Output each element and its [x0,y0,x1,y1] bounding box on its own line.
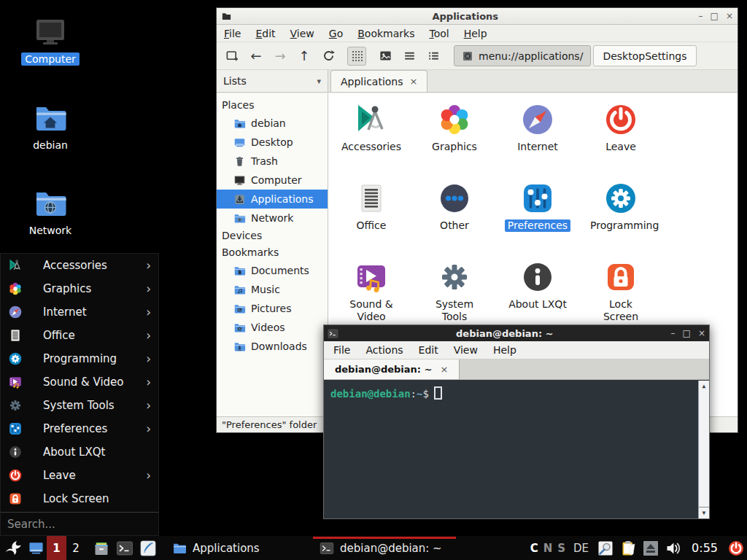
home-folder-icon [233,117,246,130]
music-folder-icon [233,284,246,296]
sidebar-item-downloads[interactable]: Downloads [217,337,328,356]
volume-icon[interactable] [665,540,682,557]
menu-item-about-lxqt[interactable]: About LXQt [1,440,158,464]
menu-search-input[interactable]: Search... [1,513,158,535]
icon-view-button[interactable] [347,47,366,66]
fm-menu-file[interactable]: File [224,28,241,39]
power-button[interactable] [727,540,745,557]
sidebar-item-documents[interactable]: Documents [217,261,328,280]
address-bar-desktopsettings-button[interactable]: DesktopSettings [593,45,696,66]
maximize-button[interactable]: □ [711,12,719,20]
address-bar-current-path[interactable]: menu://applications/ [454,45,591,66]
terminal-menu-file[interactable]: File [333,344,350,356]
system-tray: C N S DE 0:55 [530,536,747,560]
fm-menu-edit[interactable]: Edit [255,28,275,39]
menu-item-accessories[interactable]: Accessories › [1,254,158,277]
sidebar-item-trash[interactable]: Trash [217,152,328,171]
sidebar-item-debian[interactable]: debian [217,114,328,133]
grid-item-programming[interactable]: Programming [579,181,662,260]
fm-menu-go[interactable]: Go [329,28,343,39]
grid-item-leave[interactable]: Leave [579,102,662,181]
menu-item-office[interactable]: Office › [1,324,158,347]
terminal-screen[interactable]: debian@debian:~$ ▲ ▼ [324,381,709,518]
show-desktop-button[interactable] [25,536,47,560]
terminal-menu-help[interactable]: Help [493,344,516,356]
tab-close-icon[interactable]: × [440,364,448,375]
scroll-down-icon[interactable]: ▼ [699,507,709,518]
menu-item-system-tools[interactable]: System Tools › [1,394,158,417]
task-button-applications[interactable]: Applications [166,536,309,560]
sidebar-item-applications[interactable]: Applications [217,190,328,209]
grid-item-internet[interactable]: Internet [496,102,579,181]
terminal-window-title: debian@debian: ~ [338,328,671,339]
maximize-button[interactable]: □ [683,329,691,338]
desktop-icon-debian[interactable]: debian [15,101,85,152]
sidebar-item-music[interactable]: Music [217,280,328,299]
fm-menu-tool[interactable]: Tool [429,28,449,39]
terminal-menu-view[interactable]: View [454,344,478,356]
menu-item-lock-screen[interactable]: Lock Screen [1,487,158,510]
quicklaunch-featherpad[interactable] [136,536,160,560]
terminal-titlebar[interactable]: debian@debian: ~ – □ × [324,325,709,341]
terminal-tab[interactable]: debian@debian: ~ × [324,359,460,379]
terminal-scrollbar[interactable]: ▲ ▼ [698,381,709,518]
thumbnail-view-button[interactable] [376,47,395,66]
terminal-menu-edit[interactable]: Edit [419,344,438,356]
workspace-switcher-2[interactable]: 2 [66,536,85,560]
grid-item-preferences[interactable]: Preferences [496,181,579,260]
reload-button[interactable] [319,47,338,66]
downloads-folder-icon [233,341,246,353]
up-button[interactable]: ↑ [295,47,314,66]
task-button-terminal[interactable]: debian@debian: ~ [313,536,456,560]
minimize-button[interactable]: – [699,12,703,20]
fm-menu-bookmarks[interactable]: Bookmarks [357,28,414,39]
grid-item-office[interactable]: Office [330,181,413,260]
screenshot-tool-icon[interactable] [597,540,614,557]
workspace-switcher-1[interactable]: 1 [47,536,66,560]
videos-folder-icon [233,322,246,334]
terminal-menu-actions[interactable]: Actions [365,344,403,356]
scroll-up-icon[interactable]: ▲ [699,381,709,392]
main-menu-button[interactable] [0,536,25,560]
compact-view-button[interactable] [424,47,443,66]
preferences-icon [8,421,23,436]
removable-media-eject-icon[interactable] [642,540,659,557]
num-lock-indicator[interactable]: N [543,542,553,555]
desktop-icon-computer[interactable]: Computer [15,15,85,66]
sidebar-item-computer[interactable]: Computer [217,171,328,190]
menu-item-leave[interactable]: Leave › [1,464,158,487]
menu-item-sound-video[interactable]: Sound & Video › [1,370,158,394]
sidebar-item-pictures[interactable]: Pictures [217,299,328,318]
menu-item-graphics[interactable]: Graphics › [1,277,158,300]
keyboard-layout-indicator[interactable]: DE [573,542,589,555]
close-button[interactable]: × [726,12,733,20]
fm-tab-applications[interactable]: Applications × [330,70,427,92]
back-button[interactable]: ← [247,47,266,66]
quicklaunch-terminal[interactable] [113,536,136,560]
clipboard-icon[interactable] [619,540,637,557]
forward-button[interactable]: → [271,47,290,66]
grid-item-other[interactable]: Other [413,181,496,260]
sidebar-item-desktop[interactable]: Desktop [217,133,328,152]
grid-item-accessories[interactable]: Accessories [330,102,413,181]
scroll-lock-indicator[interactable]: S [557,542,565,555]
sidebar-item-videos[interactable]: Videos [217,318,328,337]
close-button[interactable]: × [698,329,705,338]
minimize-button[interactable]: – [671,329,676,338]
menu-item-preferences[interactable]: Preferences › [1,417,158,440]
sidebar-item-network[interactable]: Network [217,209,328,228]
fm-menu-help[interactable]: Help [464,28,487,39]
side-panel-selector[interactable]: Lists ▾ [217,70,328,92]
menu-item-internet[interactable]: Internet › [1,300,158,324]
tab-close-icon[interactable]: × [410,76,418,87]
fm-titlebar[interactable]: Applications – □ × [217,8,738,25]
clock[interactable]: 0:55 [692,541,718,555]
detailed-list-view-button[interactable] [400,47,419,66]
caps-lock-indicator[interactable]: C [530,542,538,555]
quicklaunch-file-manager[interactable] [90,536,113,560]
fm-menu-view[interactable]: View [290,28,314,39]
menu-item-programming[interactable]: Programming › [1,347,158,370]
desktop-icon-network[interactable]: Network [15,186,85,237]
grid-item-graphics[interactable]: Graphics [413,102,496,181]
new-tab-button[interactable] [222,47,241,66]
